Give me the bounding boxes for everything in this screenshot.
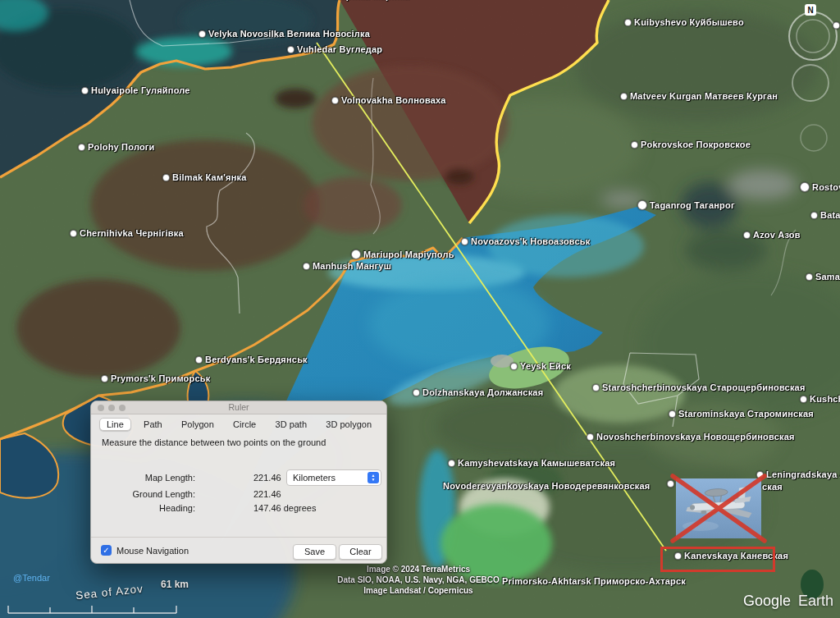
map-length-label: Map Length:: [101, 473, 195, 483]
compass-north-button[interactable]: N: [805, 4, 816, 16]
place-dot[interactable]: [743, 231, 751, 239]
place-dot[interactable]: [592, 384, 600, 391]
place-label[interactable]: Bataysk: [810, 210, 840, 220]
place-name: Volnovakha Волноваха: [341, 95, 446, 105]
place-label[interactable]: Berdyans'k Бердянськ: [195, 355, 308, 364]
place-dot[interactable]: [800, 182, 810, 192]
map-length-value: 221.46: [253, 473, 281, 483]
place-label[interactable]: Starominskaya Староминская: [669, 409, 814, 419]
ruler-titlebar[interactable]: Ruler: [91, 401, 386, 414]
place-dot[interactable]: [303, 263, 310, 270]
tab-3d-polygon[interactable]: 3D polygon: [319, 419, 378, 430]
place-dot[interactable]: [624, 19, 632, 26]
place-dot[interactable]: [810, 212, 818, 219]
place-label[interactable]: Staroshcherbinovskaya Старощербиновская: [592, 382, 806, 392]
place-label[interactable]: Matveev Kurgan Матвеев Курган: [620, 91, 778, 101]
place-label[interactable]: Hulyaipole Гуляйполе: [81, 85, 190, 95]
place-dot[interactable]: [667, 480, 674, 488]
google-earth-logo: Google Earth: [743, 593, 833, 610]
mouse-navigation-row: ✓ Mouse Navigation: [101, 545, 189, 556]
place-label[interactable]: Manhush Мангуш: [303, 261, 391, 271]
place-dot[interactable]: [195, 356, 203, 364]
place-dot[interactable]: [510, 363, 518, 370]
place-dot[interactable]: [101, 375, 108, 382]
place-label[interactable]: Novoshcherbinovskaya Новощербиновская: [587, 432, 795, 442]
place-label[interactable]: Марінка Марінка: [333, 0, 409, 1]
place-label[interactable]: Polohy Пологи: [78, 142, 155, 152]
clear-button[interactable]: Clear: [339, 544, 382, 560]
place-name: Bataysk: [820, 210, 840, 220]
place-label[interactable]: Velyka Novosilka Велика Новосілка: [199, 29, 370, 39]
place-name: Novoshcherbinovskaya Новощербиновская: [596, 432, 795, 442]
place-name: Bilmak Кам'янка: [172, 172, 247, 182]
place-dot[interactable]: [669, 410, 676, 418]
place-name: Samarsk: [815, 272, 840, 282]
place-dot[interactable]: [448, 460, 455, 467]
place-label[interactable]: Vuhledar Вугледар: [287, 44, 382, 54]
place-label[interactable]: Leningradskaya Лени: [756, 469, 840, 479]
place-label[interactable]: Kuibyshevo Куйбышево: [624, 17, 744, 27]
dropdown-stepper-icon[interactable]: ▲▼: [368, 472, 379, 483]
place-name: Taganrog Таганрог: [650, 200, 735, 210]
ruler-title: Ruler: [91, 402, 386, 412]
place-label[interactable]: [833, 22, 840, 30]
place-name: Staroshcherbinovskaya Старощербиновская: [602, 382, 806, 392]
place-label[interactable]: Samarsk: [806, 272, 840, 282]
place-label[interactable]: Novoderevyankovskaya Новодеревянковская: [443, 481, 650, 491]
save-button[interactable]: Save: [293, 544, 336, 560]
place-dot[interactable]: [162, 174, 170, 181]
tab-path[interactable]: Path: [137, 419, 169, 430]
map-attribution: Image © 2024 TerraMetrics Data SIO, NOAA…: [337, 564, 500, 596]
place-label[interactable]: Dolzhanskaya Должанская: [413, 387, 543, 397]
heading-label: Heading:: [101, 503, 195, 513]
place-dot[interactable]: [81, 87, 89, 94]
place-label[interactable]: Kushchyov: [800, 394, 840, 404]
tab-polygon[interactable]: Polygon: [175, 419, 221, 430]
tab-line[interactable]: Line: [99, 418, 131, 431]
mouse-navigation-label: Mouse Navigation: [116, 546, 189, 556]
tendar-watermark: @Tendar: [13, 573, 50, 583]
place-dot[interactable]: [351, 249, 361, 259]
place-label[interactable]: Mariupol Маріуполь: [351, 249, 454, 259]
place-dot[interactable]: [461, 238, 468, 245]
place-name: Rostov-on: [812, 182, 840, 192]
place-dot[interactable]: [199, 30, 206, 38]
place-label[interactable]: Chernihivka Чернігівка: [70, 228, 184, 238]
place-dot[interactable]: [620, 93, 628, 100]
place-name: Azov Азов: [753, 230, 801, 240]
place-name: Polohy Пологи: [88, 142, 155, 152]
unit-dropdown[interactable]: Kilometers ▲▼: [286, 469, 381, 486]
tab-circle[interactable]: Circle: [226, 419, 262, 430]
place-label[interactable]: Bilmak Кам'янка: [162, 172, 247, 182]
mouse-navigation-checkbox[interactable]: ✓: [101, 545, 112, 556]
place-name: Kuibyshevo Куйбышево: [634, 17, 744, 27]
ground-length-label: Ground Length:: [101, 489, 195, 499]
place-name: Matveev Kurgan Матвеев Курган: [630, 91, 778, 101]
place-label[interactable]: Kamyshevatskaya Камышеватская: [448, 458, 615, 468]
place-dot[interactable]: [806, 273, 813, 281]
place-dot[interactable]: [587, 433, 594, 441]
place-dot[interactable]: [287, 46, 294, 53]
place-label[interactable]: Volnovakha Волноваха: [331, 95, 446, 105]
place-dot[interactable]: [331, 97, 339, 104]
place-label[interactable]: Taganrog Таганрог: [637, 200, 735, 210]
place-dot[interactable]: [413, 389, 420, 396]
place-name: Mariupol Маріуполь: [363, 249, 454, 259]
attribution-line-1: Image © 2024 TerraMetrics: [337, 564, 500, 575]
tab-3d-path[interactable]: 3D path: [269, 419, 314, 430]
place-dot[interactable]: [631, 141, 638, 149]
place-label[interactable]: Pokrovskoe Покровское: [631, 140, 751, 149]
place-label[interactable]: ская: [762, 482, 783, 492]
place-label[interactable]: Primorsko-Akhtarsk Приморско-Ахтарск: [502, 576, 686, 586]
place-dot[interactable]: [78, 144, 85, 151]
place-dot[interactable]: [637, 200, 647, 210]
place-label[interactable]: Prymors'k Приморськ: [101, 373, 210, 383]
place-dot[interactable]: [800, 396, 807, 403]
place-label[interactable]: Rostov-on: [800, 182, 840, 192]
place-dot[interactable]: [70, 230, 77, 237]
place-name: Novoderevyankovskaya Новодеревянковская: [443, 481, 650, 491]
place-label[interactable]: Yeysk Ейск: [510, 361, 571, 371]
place-label[interactable]: Novoazovs'k Новоазовськ: [461, 236, 591, 246]
place-dot[interactable]: [833, 22, 840, 30]
place-label[interactable]: Azov Азов: [743, 230, 801, 240]
